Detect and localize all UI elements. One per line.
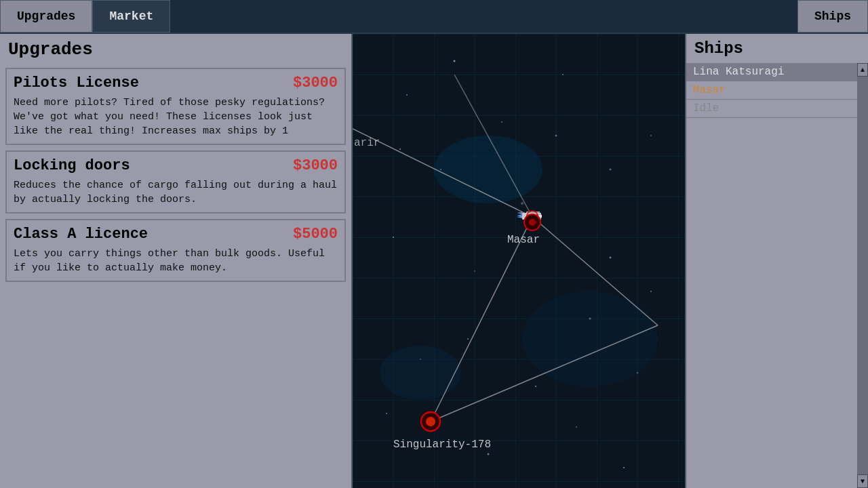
svg-rect-36 [526,211,540,213]
ship-name-idle: Idle [693,102,719,115]
svg-point-13 [576,426,577,428]
svg-point-41 [524,214,540,230]
ships-tab[interactable]: Ships [797,0,868,33]
upgrades-title: Upgrades [0,34,351,65]
svg-line-30 [431,325,658,422]
svg-point-44 [426,417,435,426]
svg-line-28 [431,217,532,422]
upgrade-card-header: Pilots License $3000 [14,75,338,92]
ship-item-lina[interactable]: Lina Katsuragi [686,63,868,81]
svg-point-12 [386,413,387,414]
svg-point-25 [522,291,658,386]
upgrade-card-header-2: Locking doors $3000 [14,157,338,174]
svg-point-3 [501,121,502,123]
svg-point-9 [420,359,421,360]
upgrades-tab[interactable]: Upgrades [0,0,92,33]
svg-point-21 [555,135,557,137]
svg-text:Masar: Masar [507,234,540,246]
svg-point-10 [535,386,536,387]
svg-point-7 [474,270,475,272]
ships-tab-label: Ships [814,9,851,23]
scroll-up-btn[interactable]: ▲ [857,63,868,77]
svg-point-26 [380,346,461,400]
svg-point-4 [562,74,564,75]
svg-rect-0 [353,34,685,488]
upgrade-name-3: Class A licence [14,226,148,243]
svg-point-2 [454,60,456,62]
upgrade-name-2: Locking doors [14,157,130,174]
svg-rect-39 [539,215,542,218]
upgrade-price-2: $3000 [293,157,338,174]
svg-point-40 [527,211,538,222]
svg-point-43 [421,412,440,431]
svg-marker-34 [517,216,522,218]
ship-item-masar[interactable]: Masar [686,81,868,100]
svg-line-31 [454,75,532,217]
scroll-track [857,77,868,474]
upgrade-price-3: $5000 [293,226,338,243]
top-nav: Upgrades Market Ships [0,0,868,34]
svg-marker-32 [517,214,522,217]
map-panel: arir Masar Singularity-178 [353,34,685,488]
svg-point-20 [467,338,469,340]
upgrades-panel: Upgrades Pilots License $3000 Need more … [0,34,353,488]
svg-point-18 [440,169,441,170]
ships-list: Lina Katsuragi Masar Idle ▲ ▼ [686,63,868,488]
svg-point-42 [529,219,536,226]
svg-rect-37 [526,220,540,221]
svg-point-23 [650,291,652,292]
upgrade-desc: Need more pilots? Tired of those pesky r… [14,96,338,138]
svg-text:arir: arir [354,137,380,149]
ships-panel: Ships Lina Katsuragi Masar Idle ▲ ▼ [685,34,868,488]
svg-point-24 [434,136,542,203]
ships-scrollbar[interactable]: ▲ ▼ [857,63,868,488]
svg-point-5 [610,169,612,171]
ship-name-masar: Masar [693,84,726,96]
main-layout: Upgrades Pilots License $3000 Need more … [0,34,868,488]
upgrade-price: $3000 [293,75,338,92]
upgrade-desc-2: Reduces the chance of cargo falling out … [14,178,338,207]
market-tab-label: Market [109,9,153,23]
svg-point-22 [399,148,401,150]
svg-point-11 [637,372,639,374]
svg-point-1 [406,94,408,96]
svg-marker-33 [517,212,522,214]
svg-point-14 [488,453,490,455]
upgrade-card-class-a[interactable]: Class A licence $5000 Lets you carry thi… [5,219,346,282]
upgrade-card-pilots-license[interactable]: Pilots License $3000 Need more pilots? T… [5,68,346,145]
market-tab[interactable]: Market [92,0,170,33]
svg-point-16 [650,135,652,136]
map-background: arir Masar Singularity-178 [353,34,685,488]
svg-point-19 [521,202,524,205]
svg-rect-38 [536,214,541,219]
upgrade-card-locking-doors[interactable]: Locking doors $3000 Reduces the chance o… [5,150,346,214]
upgrade-card-header-3: Class A licence $5000 [14,226,338,243]
upgrade-desc-3: Lets you carry things other than bulk go… [14,247,338,275]
svg-text:Singularity-178: Singularity-178 [393,439,491,451]
ships-title: Ships [686,34,868,63]
svg-rect-35 [522,213,541,220]
svg-point-15 [623,467,625,468]
svg-point-6 [393,237,394,238]
scroll-down-btn[interactable]: ▼ [857,474,868,488]
upgrade-name: Pilots License [14,75,139,92]
svg-point-17 [610,257,612,259]
svg-line-27 [353,129,532,217]
ship-item-idle[interactable]: Idle [686,100,868,118]
upgrades-tab-label: Upgrades [17,9,75,23]
svg-line-29 [532,217,658,325]
ship-name-lina: Lina Katsuragi [693,66,784,78]
svg-point-8 [589,318,591,320]
